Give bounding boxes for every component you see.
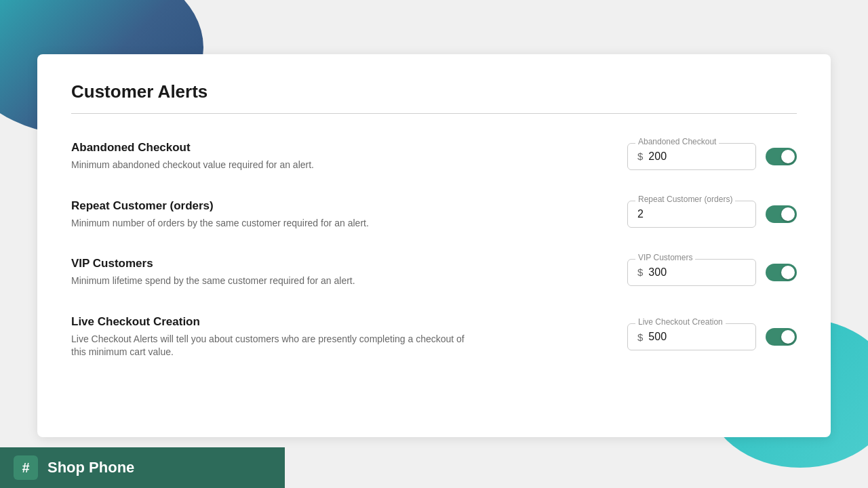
- alert-info-repeat-customer: Repeat Customer (orders) Minimum number …: [71, 199, 627, 230]
- page-title: Customer Alerts: [71, 81, 797, 102]
- alert-title-live-checkout: Live Checkout Creation: [71, 315, 627, 329]
- field-input-row-repeat-customer: [627, 201, 756, 228]
- main-card: Customer Alerts Abandoned Checkout Minim…: [37, 54, 831, 437]
- alert-title-repeat-customer: Repeat Customer (orders): [71, 199, 627, 213]
- alert-title-abandoned-checkout: Abandoned Checkout: [71, 141, 627, 155]
- toggle-abandoned-checkout[interactable]: [766, 148, 797, 165]
- alert-controls-repeat-customer: Repeat Customer (orders): [627, 201, 797, 228]
- currency-symbol: $: [637, 331, 643, 343]
- field-input-row-live-checkout: $: [627, 323, 756, 350]
- field-wrapper-abandoned-checkout: Abandoned Checkout $: [627, 143, 756, 170]
- title-divider: [71, 113, 797, 114]
- field-input-row-abandoned-checkout: $: [627, 143, 756, 170]
- alert-info-abandoned-checkout: Abandoned Checkout Minimum abandoned che…: [71, 141, 627, 172]
- alert-info-live-checkout: Live Checkout Creation Live Checkout Ale…: [71, 315, 627, 359]
- alert-desc-live-checkout: Live Checkout Alerts will tell you about…: [71, 333, 478, 359]
- toggle-thumb-abandoned-checkout: [781, 150, 795, 163]
- toggle-repeat-customer[interactable]: [766, 205, 797, 223]
- field-label-live-checkout: Live Checkout Creation: [635, 317, 726, 327]
- field-input-live-checkout[interactable]: [648, 331, 746, 343]
- bottom-bar: # Shop Phone: [0, 447, 285, 488]
- alert-desc-vip-customers: Minimum lifetime spend by the same custo…: [71, 274, 478, 288]
- toggle-vip-customers[interactable]: [766, 264, 797, 281]
- alert-controls-vip-customers: VIP Customers $: [627, 259, 797, 286]
- field-wrapper-repeat-customer: Repeat Customer (orders): [627, 201, 756, 228]
- field-input-vip-customers[interactable]: [648, 266, 746, 279]
- toggle-live-checkout[interactable]: [766, 328, 797, 346]
- alert-info-vip-customers: VIP Customers Minimum lifetime spend by …: [71, 257, 627, 288]
- alert-controls-abandoned-checkout: Abandoned Checkout $: [627, 143, 797, 170]
- alert-row-repeat-customer: Repeat Customer (orders) Minimum number …: [71, 199, 797, 230]
- alerts-container: Abandoned Checkout Minimum abandoned che…: [71, 141, 797, 359]
- field-label-repeat-customer: Repeat Customer (orders): [635, 195, 735, 204]
- alert-row-abandoned-checkout: Abandoned Checkout Minimum abandoned che…: [71, 141, 797, 172]
- field-wrapper-vip-customers: VIP Customers $: [627, 259, 756, 286]
- brand-name: Shop Phone: [47, 459, 134, 476]
- currency-symbol: $: [637, 266, 643, 278]
- field-input-row-vip-customers: $: [627, 259, 756, 286]
- alert-row-live-checkout: Live Checkout Creation Live Checkout Ale…: [71, 315, 797, 359]
- field-label-vip-customers: VIP Customers: [635, 253, 695, 262]
- alert-desc-abandoned-checkout: Minimum abandoned checkout value require…: [71, 159, 478, 172]
- brand-icon: #: [14, 455, 38, 480]
- alert-controls-live-checkout: Live Checkout Creation $: [627, 323, 797, 350]
- alert-desc-repeat-customer: Minimum number of orders by the same cus…: [71, 217, 478, 230]
- currency-symbol: $: [637, 150, 643, 162]
- field-input-repeat-customer[interactable]: [637, 208, 746, 220]
- alert-row-vip-customers: VIP Customers Minimum lifetime spend by …: [71, 257, 797, 288]
- toggle-thumb-vip-customers: [781, 266, 795, 279]
- field-wrapper-live-checkout: Live Checkout Creation $: [627, 323, 756, 350]
- alert-title-vip-customers: VIP Customers: [71, 257, 627, 270]
- field-label-abandoned-checkout: Abandoned Checkout: [635, 137, 719, 146]
- field-input-abandoned-checkout[interactable]: [648, 150, 746, 163]
